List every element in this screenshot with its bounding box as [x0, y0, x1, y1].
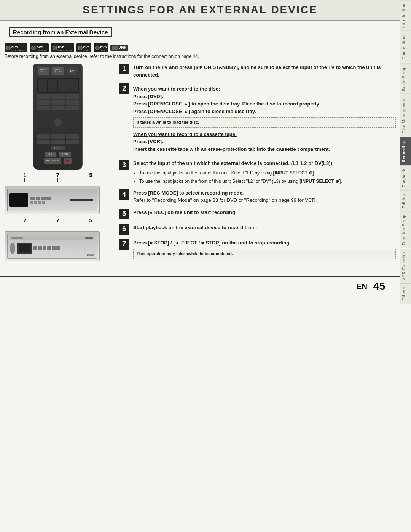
unit-ctrl-5: [30, 201, 33, 204]
step-number-3: 3: [119, 160, 129, 170]
step-2-cassette-section: When you want to record to a cassette ta…: [133, 131, 396, 153]
page-number: 45: [373, 280, 385, 292]
language-label: EN: [357, 282, 367, 291]
step-2-cassette-instructions: Insert the cassette tape with an erase-p…: [133, 146, 330, 152]
sidebar-tab-recording[interactable]: Recording: [400, 137, 411, 165]
step-number-2: 2: [119, 83, 129, 94]
unit-front-btn-3: [43, 246, 46, 250]
step-4: 4 Press [REC MODE] to select a recording…: [119, 189, 396, 204]
step-6-content: Start playback on the external device to…: [133, 224, 396, 232]
callout-label-7: 7: [56, 172, 59, 178]
dvd-label-button: DVD: [59, 152, 71, 157]
dvd-disc-icon-3: [53, 46, 57, 50]
step-5-text: Press [● REC] on the unit to start recor…: [133, 209, 237, 215]
step-1-content: Turn on the TV and press [I/Ф ON/STANDBY…: [133, 64, 396, 78]
hdmi-label: HDMI: [87, 254, 94, 257]
remote-top-buttons: OPENCLOSE INPUTSELECT I/O: [37, 67, 79, 75]
step-4-title: Press [REC MODE] to select a recording m…: [133, 190, 244, 196]
remote-button-grid-2: [37, 134, 79, 144]
unit-body-top: [7, 189, 97, 211]
dvd-video-mode-badge-2: DVDVIDEO MODE: [51, 43, 74, 52]
remote-btn-3: [66, 94, 79, 99]
unit-bottom-image: HDMI: [5, 231, 100, 261]
step-number-5: 5: [119, 209, 129, 219]
step-7-text: Press [■ STOP] / [▲ EJECT / ■ STOP] on t…: [133, 240, 291, 246]
remote-btn-6: [66, 100, 79, 105]
vhs-cassette-icon: [112, 46, 118, 50]
dvd-disc-icon-4: [78, 46, 83, 50]
step-2-disc-title: When you want to record to the disc:: [133, 86, 220, 92]
step-3-bullet-2: To use the input jacks on the front of t…: [139, 178, 396, 185]
step-2: 2 When you want to record to the disc: P…: [119, 83, 396, 155]
callout-label-2: 2: [23, 217, 26, 224]
unit-front-btn-1: [33, 246, 37, 250]
remote-btn-15: [66, 140, 79, 144]
callout-label-5b: 5: [89, 217, 92, 224]
step-4-content: Press [REC MODE] to select a recording m…: [133, 189, 396, 204]
two-column-layout: OPENCLOSE INPUTSELECT I/O: [5, 64, 396, 269]
unit-front-main: HDMI: [10, 241, 94, 256]
step-number-1: 1: [119, 64, 129, 74]
unit-top-image: [5, 186, 100, 214]
vcr-label-button: VCR: [45, 152, 56, 157]
unit-bottom-wrapper: HDMI: [5, 231, 111, 261]
dvd-minus-rw-badge: DVD-RW: [94, 43, 108, 52]
section-title: Recording from an External Device: [9, 27, 112, 37]
unit-ctrl-7: [38, 201, 41, 204]
callout-line-7: [57, 178, 58, 182]
remote-btn-7: [37, 106, 50, 110]
step-2-open-close-2: Press [OPEN/CLOSE ▲] again to close the …: [133, 109, 256, 114]
step-5: 5 Press [● REC] on the unit to start rec…: [119, 209, 396, 219]
unit-front-panel: HDMI: [7, 234, 97, 259]
unit-front-buttons: [33, 246, 94, 250]
remote-nav-inner: [54, 118, 62, 126]
open-close-button: OPENCLOSE: [38, 67, 49, 75]
display-cell-4: [68, 79, 78, 92]
unit-ctrl-8: [42, 201, 45, 204]
dvd-disc-icon: [6, 46, 11, 50]
rec-buttons: REC MODE: [37, 158, 79, 164]
unit-front-btn-6: [56, 246, 60, 250]
format-icons-row: DVDVIDEO MODE DVDVR MODE DVDVIDEO MODE D…: [5, 43, 396, 52]
step-2-note-text: It takes a while to load the disc.: [137, 120, 199, 125]
dvd-vr-mode-badge: DVDVR MODE: [30, 43, 49, 52]
sidebar-tab-function-setup[interactable]: Function Setup: [400, 211, 411, 248]
stop-button: STOP: [51, 146, 65, 150]
step-2-cassette-title: When you want to record to a cassette ta…: [133, 131, 237, 137]
step-2-note: It takes a while to load the disc.: [133, 117, 396, 128]
unit-logo-area: [11, 237, 23, 239]
unit-ctrl-3: [41, 197, 46, 200]
step-2-disc-section: When you want to record to the disc: Pre…: [133, 85, 396, 128]
step-7: 7 Press [■ STOP] / [▲ EJECT / ■ STOP] on…: [119, 239, 396, 259]
callout-label-5: 5: [89, 172, 92, 178]
unit-ctrl-2: [36, 197, 40, 200]
display-cell-3: [58, 79, 68, 92]
step-3-text: Select the input of the unit which the e…: [133, 160, 332, 166]
step-2-press-dvd: Press [DVD].: [133, 94, 163, 99]
sidebar-tab-disc-management[interactable]: Disc Management: [400, 94, 411, 137]
sidebar-tab-playback[interactable]: Playback: [400, 165, 411, 190]
step-2-press-vcr: Press [VCR].: [133, 139, 163, 144]
sidebar-tab-introduction[interactable]: Introduction: [400, 0, 411, 31]
dvd-plus-rw-badge: DVD+RW: [76, 43, 91, 52]
sidebar-tab-connections[interactable]: Connections: [400, 31, 411, 63]
step-7-content: Press [■ STOP] / [▲ EJECT / ■ STOP] on t…: [133, 239, 396, 259]
unit-display-inner: [19, 244, 30, 252]
remote-btn-10: [37, 134, 50, 139]
remote-control-image: OPENCLOSE INPUTSELECT I/O: [33, 64, 83, 170]
step-1: 1 Turn on the TV and press [I/Ф ON/STAND…: [119, 64, 396, 78]
input-select-button: INPUTSELECT: [52, 67, 64, 75]
remote-btn-9: [66, 106, 79, 110]
step-number-6: 6: [119, 224, 129, 235]
dvd-disc-icon-5: [95, 46, 100, 50]
sidebar-tab-others[interactable]: Others: [400, 283, 411, 304]
rec-mode-button: REC MODE: [44, 158, 61, 164]
sidebar-tab-editing[interactable]: Editing: [400, 190, 411, 211]
callout-label-1: 1: [23, 172, 26, 178]
intro-text: Before recording from an external device…: [5, 54, 396, 59]
step-6: 6 Start playback on the external device …: [119, 224, 396, 235]
remote-btn-1: [37, 94, 50, 99]
sidebar-tab-basic-setup[interactable]: Basic Setup: [400, 63, 411, 94]
sidebar-tab-vcr-function[interactable]: VCR Function: [400, 249, 411, 283]
remote-nav-circle: [48, 113, 67, 132]
